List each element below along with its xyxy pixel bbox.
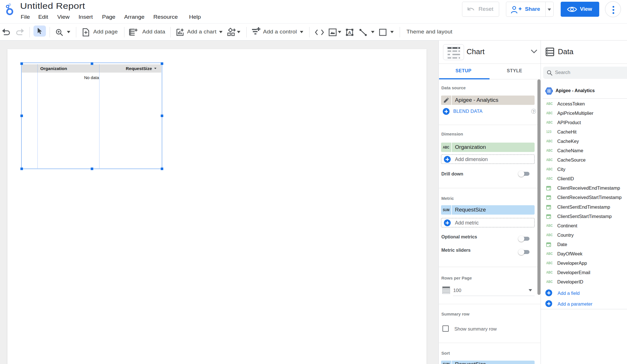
- svg-text:A: A: [348, 30, 351, 35]
